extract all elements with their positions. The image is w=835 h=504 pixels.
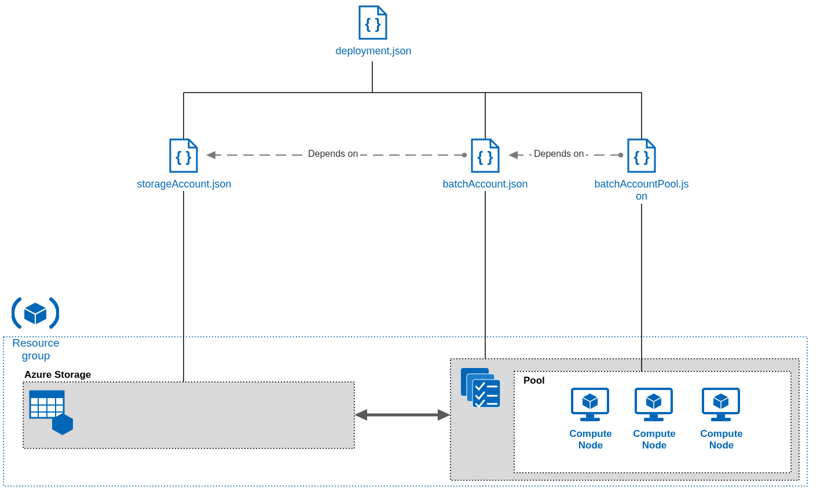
svg-rect-47 xyxy=(650,413,658,418)
compute-node-label-3: Compute Node xyxy=(695,428,748,451)
svg-point-13 xyxy=(462,153,467,157)
deployment-label: deployment.json xyxy=(324,45,423,57)
azure-storage-heading: Azure Storage xyxy=(24,369,91,381)
svg-text:{ }: { } xyxy=(365,15,380,32)
compute-node-icon-3 xyxy=(701,387,741,424)
svg-text:{ }: { } xyxy=(633,148,649,165)
svg-rect-43 xyxy=(580,418,600,421)
svg-rect-53 xyxy=(711,418,731,421)
diagram-canvas: { } deployment.json { } storageAccount.j… xyxy=(0,0,835,504)
storage-account-file-icon: { } xyxy=(169,138,199,174)
pool-heading: Pool xyxy=(523,375,545,387)
compute-node-label-1: Compute Node xyxy=(564,428,617,451)
svg-point-16 xyxy=(618,153,623,157)
batch-account-label: batchAccount.json xyxy=(433,178,537,190)
svg-marker-20 xyxy=(438,409,451,421)
svg-rect-48 xyxy=(644,418,664,421)
svg-marker-17 xyxy=(508,151,518,159)
batch-account-pool-label: batchAccountPool.js on xyxy=(589,178,694,203)
deployment-file-icon: { } xyxy=(358,5,388,41)
svg-marker-14 xyxy=(206,151,215,159)
resource-group-icon xyxy=(12,292,59,334)
svg-text:{ }: { } xyxy=(477,148,493,165)
compute-node-label-2: Compute Node xyxy=(628,428,681,451)
depends-on-label-1: Depends on xyxy=(306,149,360,159)
svg-rect-42 xyxy=(586,413,594,418)
compute-node-icon-1 xyxy=(570,387,610,424)
batch-tasks-icon xyxy=(459,366,504,410)
svg-text:{ }: { } xyxy=(175,148,191,165)
depends-on-label-2: Depends on xyxy=(532,149,586,159)
svg-marker-19 xyxy=(354,409,367,421)
batch-account-pool-file-icon: { } xyxy=(627,138,657,174)
svg-rect-52 xyxy=(717,413,725,418)
batch-account-file-icon: { } xyxy=(470,138,500,174)
storage-account-label: storageAccount.json xyxy=(126,178,242,190)
svg-rect-0 xyxy=(3,337,807,486)
resource-group-label: Resource group xyxy=(5,337,67,362)
svg-rect-28 xyxy=(30,391,64,398)
storage-blob-icon xyxy=(28,389,75,435)
compute-node-icon-2 xyxy=(633,387,674,424)
